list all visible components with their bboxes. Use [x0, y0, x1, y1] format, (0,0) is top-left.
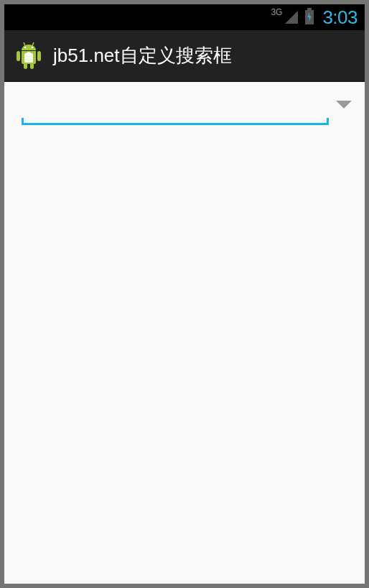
device-frame: 3G 3:03: [4, 4, 365, 584]
svg-rect-1: [37, 51, 41, 61]
svg-line-5: [32, 42, 34, 46]
svg-point-6: [24, 47, 27, 49]
status-bar: 3G 3:03: [4, 4, 365, 30]
app-icon: [14, 41, 43, 70]
app-title: jb51.net自定义搜索框: [53, 43, 232, 68]
content-area: [4, 82, 365, 584]
battery-icon: [305, 10, 314, 24]
network-label: 3G: [271, 7, 282, 17]
search-input[interactable]: [22, 93, 329, 123]
svg-rect-3: [30, 63, 34, 69]
battery-charging-icon: [306, 12, 313, 23]
search-field-wrapper: [22, 93, 329, 125]
clock: 3:03: [322, 6, 358, 29]
svg-rect-0: [17, 51, 20, 61]
svg-rect-2: [24, 63, 27, 69]
search-row: [4, 91, 365, 128]
signal-icon: [285, 11, 298, 24]
app-bar: jb51.net自定义搜索框: [4, 30, 365, 82]
svg-point-7: [32, 47, 34, 49]
svg-line-4: [24, 42, 25, 46]
dropdown-arrow-icon[interactable]: [336, 101, 352, 109]
